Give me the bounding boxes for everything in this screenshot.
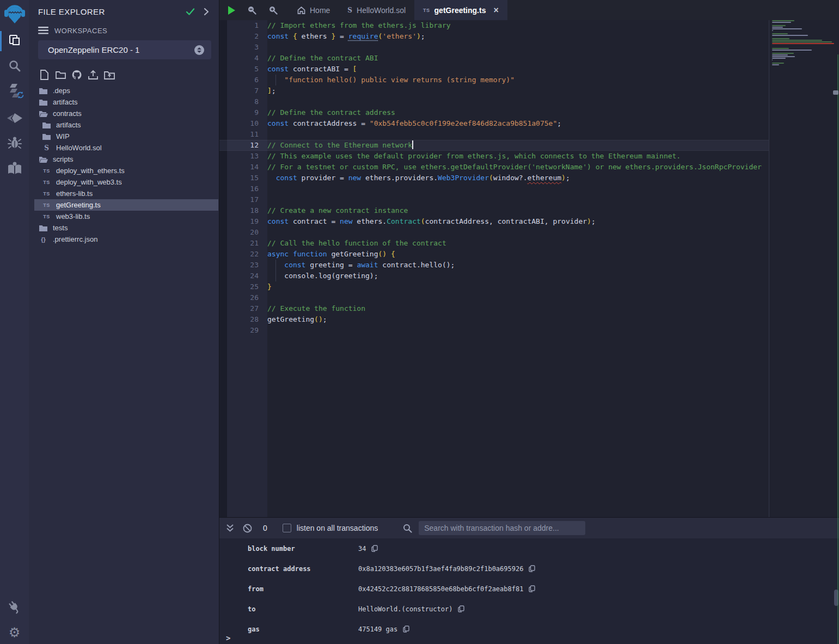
code-line-24: console.log(greeting); bbox=[267, 271, 378, 281]
chevron-right-icon[interactable] bbox=[204, 8, 209, 16]
close-icon[interactable]: × bbox=[493, 6, 498, 15]
new-file-icon[interactable] bbox=[39, 69, 50, 80]
workspace-selector-icon bbox=[194, 45, 204, 55]
typescript-file-icon: TS bbox=[43, 191, 50, 197]
copy-icon[interactable] bbox=[458, 605, 464, 612]
sidebar-item-unit-testing[interactable] bbox=[0, 156, 29, 182]
tab-bar: HomeSHelloWorld.solTSgetGreeting.ts× bbox=[219, 0, 839, 20]
minimap-line bbox=[772, 27, 783, 28]
minimap-line bbox=[772, 20, 794, 21]
plug-icon bbox=[8, 600, 22, 617]
terminal-toolbar: 0 listen on all transactions bbox=[219, 518, 839, 538]
line-number: 5 bbox=[227, 64, 259, 75]
sidebar-item-search[interactable] bbox=[0, 54, 29, 79]
code-line-10: const contractAddress = "0xb54febb5c0c0f… bbox=[267, 118, 561, 129]
code-line-25: } bbox=[267, 281, 272, 292]
listen-transactions-checkbox[interactable] bbox=[283, 524, 291, 532]
code-editor[interactable]: 1234567891011121314151617181920212223242… bbox=[219, 20, 839, 517]
tab-bar-tabs: HomeSHelloWorld.solTSgetGreeting.ts× bbox=[289, 0, 507, 20]
folder-icon bbox=[39, 88, 47, 94]
check-icon[interactable] bbox=[186, 8, 195, 16]
line-number: 9 bbox=[227, 107, 259, 118]
tab-getgreeting-ts[interactable]: TSgetGreeting.ts× bbox=[414, 0, 507, 20]
transaction-detail-row: from0x42452c22c88178685850e68beb6cf0f2ae… bbox=[219, 579, 839, 599]
minimap-line bbox=[772, 54, 788, 56]
file-tree-item--prettierrc-json[interactable]: {}.prettierrc.json bbox=[34, 234, 218, 245]
workspace-dropdown[interactable]: OpenZeppelin ERC20 - 1 bbox=[38, 40, 211, 59]
file-name: artifacts bbox=[53, 98, 78, 106]
editor-area: HomeSHelloWorld.solTSgetGreeting.ts× 123… bbox=[219, 0, 839, 644]
file-tree-item-deploy-with-web3-ts[interactable]: TSdeploy_with_web3.ts bbox=[34, 176, 218, 188]
zoom-in-icon[interactable] bbox=[268, 5, 278, 15]
copy-icon[interactable] bbox=[371, 545, 378, 552]
copy-icon[interactable] bbox=[529, 565, 535, 572]
file-tree-item--deps[interactable]: .deps bbox=[34, 85, 218, 96]
line-number: 3 bbox=[227, 42, 259, 53]
text-cursor bbox=[412, 140, 413, 149]
bug-icon bbox=[8, 136, 22, 152]
file-name: deploy_with_web3.ts bbox=[56, 178, 122, 186]
workspaces-label: WORKSPACES bbox=[54, 27, 107, 35]
terminal-scrollbar-thumb[interactable] bbox=[834, 590, 838, 606]
minimap-line bbox=[772, 22, 791, 23]
run-script-button[interactable] bbox=[228, 6, 235, 15]
tab-helloworld-sol[interactable]: SHelloWorld.sol bbox=[339, 0, 414, 20]
new-folder-icon[interactable] bbox=[55, 69, 66, 80]
detail-value: 0x42452c22c88178685850e68beb6cf0f2aeab8f… bbox=[358, 585, 523, 593]
clear-console-icon[interactable] bbox=[243, 524, 252, 533]
terminal-prompt[interactable]: > bbox=[226, 634, 230, 642]
file-tree-item-tests[interactable]: tests bbox=[34, 222, 218, 234]
terminal-search-icon bbox=[403, 524, 412, 533]
github-icon[interactable] bbox=[71, 69, 82, 80]
file-tree-item-artifacts[interactable]: artifacts bbox=[34, 119, 218, 131]
file-tree-item-artifacts[interactable]: artifacts bbox=[34, 96, 218, 108]
zoom-out-icon[interactable] bbox=[247, 5, 256, 15]
sidebar-item-settings[interactable]: ⚙ bbox=[0, 621, 29, 644]
detail-label: gas bbox=[248, 625, 358, 633]
code-line-27: // Execute the function bbox=[267, 303, 365, 314]
code-line-22: async function getGreeting() { bbox=[267, 249, 395, 260]
line-number: 26 bbox=[227, 292, 259, 303]
indent-guide bbox=[275, 271, 276, 281]
file-tree-item-ethers-lib-ts[interactable]: TSethers-lib.ts bbox=[34, 188, 218, 199]
file-name: .deps bbox=[53, 87, 70, 95]
ethereum-icon bbox=[7, 113, 22, 123]
detail-label: contract address bbox=[248, 565, 358, 573]
activity-bar: ⚙ bbox=[0, 0, 29, 644]
file-tree-item-wip[interactable]: WIP bbox=[34, 131, 218, 142]
terminal-search-input[interactable] bbox=[419, 521, 585, 535]
code-line-23: const greeting = await contract.hello(); bbox=[267, 260, 455, 271]
tab-home[interactable]: Home bbox=[289, 0, 339, 20]
sidebar-item-solidity-compiler[interactable] bbox=[0, 79, 29, 105]
minimap-line bbox=[772, 40, 822, 41]
file-tree-item-helloworld-sol[interactable]: SHelloWorld.sol bbox=[34, 142, 218, 154]
minimap-line bbox=[772, 53, 794, 54]
sidebar-item-deploy-and-run[interactable] bbox=[0, 105, 29, 131]
line-number: 1 bbox=[227, 20, 259, 31]
upload-folder-icon[interactable] bbox=[104, 69, 115, 80]
sidebar-item-file-explorer[interactable] bbox=[0, 28, 29, 54]
upload-file-icon[interactable] bbox=[88, 69, 99, 80]
minimap[interactable] bbox=[772, 20, 834, 517]
copy-icon[interactable] bbox=[529, 585, 535, 592]
indent-guide bbox=[275, 260, 276, 271]
detail-value: HelloWorld.(constructor) bbox=[358, 605, 452, 613]
sidebar-item-plugin-manager[interactable] bbox=[0, 596, 29, 621]
expand-terminal-icon[interactable] bbox=[226, 524, 234, 532]
file-tree-item-getgreeting-ts[interactable]: TSgetGreeting.ts bbox=[34, 199, 218, 211]
file-tree-item-contracts[interactable]: contracts bbox=[34, 108, 218, 119]
line-number: 23 bbox=[227, 260, 259, 271]
hamburger-menu-icon[interactable] bbox=[38, 27, 48, 34]
sidebar-item-debugger[interactable] bbox=[0, 131, 29, 156]
line-number: 7 bbox=[227, 85, 259, 96]
code-line-5: const contractABI = [ bbox=[267, 64, 357, 75]
file-tree-item-deploy-with-ethers-ts[interactable]: TSdeploy_with_ethers.ts bbox=[34, 165, 218, 176]
file-tree-item-web3-lib-ts[interactable]: TSweb3-lib.ts bbox=[34, 211, 218, 222]
folder-icon bbox=[42, 122, 51, 128]
terminal-panel: 0 listen on all transactions block numbe… bbox=[219, 517, 839, 644]
minimap-line bbox=[772, 28, 802, 29]
compiler-refresh-icon bbox=[16, 91, 25, 101]
explorer-toolbar bbox=[39, 69, 219, 80]
file-tree-item-scripts[interactable]: scripts bbox=[34, 154, 218, 165]
copy-icon[interactable] bbox=[403, 625, 409, 633]
